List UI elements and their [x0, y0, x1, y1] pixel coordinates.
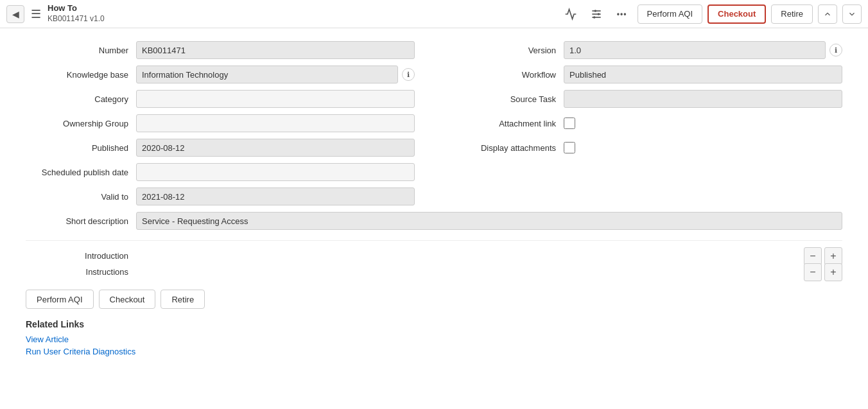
scheduled-publish-row: Scheduled publish date: [26, 163, 415, 181]
valid-to-input[interactable]: [136, 187, 415, 205]
knowledge-base-wrapper: ℹ: [136, 65, 415, 83]
source-task-input[interactable]: [564, 90, 842, 108]
scheduled-publish-input[interactable]: [136, 163, 415, 181]
scheduled-publish-label: Scheduled publish date: [26, 168, 128, 177]
bottom-retire-button[interactable]: Retire: [161, 290, 205, 309]
ownership-group-row: Ownership Group: [26, 114, 415, 132]
toolbar-title-sub: KB0011471 v1.0: [48, 14, 105, 24]
workflow-label: Workflow: [453, 70, 556, 80]
menu-icon[interactable]: ☰: [28, 4, 44, 24]
display-attachments-row: Display attachments: [453, 139, 842, 157]
bottom-checkout-button[interactable]: Checkout: [99, 290, 156, 309]
pulse-icon-button[interactable]: [560, 4, 581, 24]
attachment-link-label: Attachment link: [453, 119, 556, 128]
retire-button[interactable]: Retire: [771, 4, 813, 24]
svg-point-5: [593, 16, 595, 18]
toolbar: ◀ ☰ How To KB0011471 v1.0 ••• Perform AQ…: [0, 0, 868, 28]
valid-to-row: Valid to: [26, 187, 415, 205]
sliders-icon-button[interactable]: [586, 4, 607, 24]
toolbar-title-main: How To: [48, 3, 105, 14]
knowledge-base-label: Knowledge base: [26, 70, 128, 80]
version-row: Version ℹ: [453, 41, 842, 59]
nav-down-button[interactable]: [842, 4, 862, 24]
toolbar-title: How To KB0011471 v1.0: [48, 3, 105, 24]
svg-point-4: [597, 13, 599, 15]
checkout-button[interactable]: Checkout: [707, 4, 766, 24]
main-content: Number Version ℹ Knowledge base ℹ Workfl…: [0, 28, 868, 372]
nav-up-button[interactable]: [818, 4, 837, 24]
introduction-section: Introduction − +: [26, 251, 842, 261]
instructions-controls: − +: [804, 263, 842, 281]
form-section: Number Version ℹ Knowledge base ℹ Workfl…: [26, 41, 842, 212]
short-description-row: Short description: [26, 212, 842, 230]
instructions-section: Instructions − +: [26, 267, 842, 277]
category-input[interactable]: [136, 90, 415, 108]
short-description-label: Short description: [26, 216, 128, 226]
knowledge-base-input[interactable]: [136, 65, 398, 83]
instructions-collapse-button[interactable]: −: [804, 263, 822, 281]
attachment-link-row: Attachment link: [453, 114, 842, 132]
category-label: Category: [26, 94, 128, 104]
toolbar-icons: ••• Perform AQI Checkout Retire: [560, 4, 862, 24]
display-attachments-label: Display attachments: [453, 143, 556, 153]
published-input[interactable]: [136, 139, 415, 157]
valid-to-label: Valid to: [26, 192, 128, 202]
short-description-input[interactable]: [136, 212, 842, 230]
section-divider: [26, 240, 842, 241]
number-input[interactable]: [136, 41, 415, 59]
number-row: Number: [26, 41, 415, 59]
introduction-label: Introduction: [26, 251, 128, 261]
back-icon: ◀: [12, 9, 19, 19]
display-attachments-checkbox[interactable]: [564, 142, 575, 153]
version-input[interactable]: [564, 41, 826, 59]
knowledge-base-row: Knowledge base ℹ: [26, 65, 415, 83]
published-label: Published: [26, 143, 128, 153]
source-task-label: Source Task: [453, 94, 556, 104]
more-icon-button[interactable]: •••: [612, 4, 632, 24]
workflow-row: Workflow: [453, 65, 842, 83]
category-row: Category: [26, 90, 415, 108]
back-button[interactable]: ◀: [6, 5, 24, 23]
bottom-perform-aqi-button[interactable]: Perform AQI: [26, 290, 94, 309]
published-row: Published: [26, 139, 415, 157]
introduction-controls: − +: [804, 247, 842, 265]
introduction-expand-button[interactable]: +: [824, 247, 842, 265]
related-links-title: Related Links: [26, 319, 842, 329]
run-user-criteria-link[interactable]: Run User Criteria Diagnostics: [26, 347, 842, 356]
version-info-icon[interactable]: ℹ: [829, 44, 842, 57]
bottom-toolbar: Perform AQI Checkout Retire: [26, 290, 842, 309]
attachment-link-checkbox[interactable]: [564, 117, 575, 129]
ownership-group-label: Ownership Group: [26, 119, 128, 128]
ownership-group-input[interactable]: [136, 114, 415, 132]
perform-aqi-button[interactable]: Perform AQI: [638, 4, 703, 24]
knowledge-base-info-icon[interactable]: ℹ: [402, 68, 415, 81]
workflow-input[interactable]: [564, 65, 842, 83]
version-input-wrapper: ℹ: [564, 41, 842, 59]
instructions-label: Instructions: [26, 267, 128, 277]
instructions-expand-button[interactable]: +: [824, 263, 842, 281]
number-label: Number: [26, 46, 128, 55]
introduction-collapse-button[interactable]: −: [804, 247, 822, 265]
source-task-row: Source Task: [453, 90, 842, 108]
view-article-link[interactable]: View Article: [26, 335, 842, 344]
version-label: Version: [453, 46, 556, 55]
svg-point-3: [594, 10, 596, 12]
